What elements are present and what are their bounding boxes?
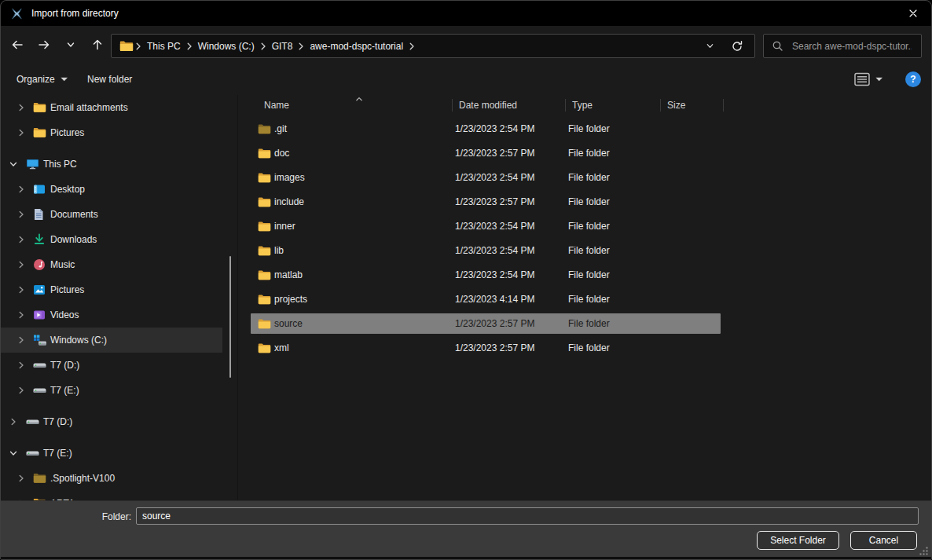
sidebar-item-t7-d[interactable]: T7 (D:) — [1, 409, 237, 434]
organize-button[interactable]: Organize — [12, 70, 72, 89]
chevron-right-icon — [9, 417, 18, 426]
new-folder-label: New folder — [87, 74, 132, 85]
downloads-icon — [33, 233, 46, 246]
sidebar-item-this-pc[interactable]: This PC — [1, 152, 237, 177]
folder-icon — [258, 245, 271, 257]
sidebar-item-label: Music — [50, 259, 75, 270]
sidebar-item-pictures[interactable]: Pictures — [1, 120, 237, 145]
windows-drive-icon — [33, 334, 47, 346]
column-headers: NameDate modifiedTypeSize — [239, 95, 931, 115]
column-header-name[interactable]: Name — [239, 95, 453, 115]
forward-icon — [37, 38, 51, 52]
sidebar-item-music[interactable]: Music — [1, 252, 237, 277]
up-button[interactable] — [87, 35, 108, 55]
sidebar-item-label: Windows (C:) — [50, 335, 107, 346]
close-button[interactable] — [895, 1, 931, 26]
file-list-pane: NameDate modifiedTypeSize .git 1/23/2023… — [239, 95, 931, 500]
folder-icon — [258, 269, 271, 281]
sidebar-item-arta[interactable]: ARTA — [1, 491, 237, 500]
sidebar-item-pictures[interactable]: Pictures — [1, 277, 237, 302]
back-icon — [10, 38, 24, 52]
search-input[interactable] — [791, 40, 913, 53]
new-folder-button[interactable]: New folder — [83, 70, 137, 89]
chevron-right-icon — [17, 260, 26, 269]
chevron-right-icon — [17, 235, 26, 244]
sidebar-item-downloads[interactable]: Downloads — [1, 227, 237, 252]
breadcrumb-item-windows-c[interactable]: Windows (C:) — [194, 39, 259, 53]
breadcrumb-item-this-pc[interactable]: This PC — [143, 39, 185, 53]
recent-locations-icon — [65, 39, 76, 50]
back-button[interactable] — [7, 35, 28, 55]
breadcrumb-chevron-icon — [409, 42, 415, 51]
sidebar-item-label: Desktop — [50, 184, 85, 195]
sidebar-item-desktop[interactable]: Desktop — [1, 177, 237, 202]
window-bottom-edge — [1, 557, 931, 559]
sidebar-item-label: .Spotlight-V100 — [50, 473, 115, 484]
drive-icon — [33, 385, 46, 396]
drive-icon — [26, 416, 39, 427]
file-row-inner[interactable]: inner 1/23/2023 2:54 PM File folder — [251, 216, 721, 236]
sidebar-scrollbar[interactable] — [229, 256, 231, 378]
resize-grip[interactable] — [919, 547, 928, 555]
forward-button[interactable] — [34, 35, 54, 55]
cancel-button[interactable]: Cancel — [850, 531, 917, 550]
file-row-doc[interactable]: doc 1/23/2023 2:57 PM File folder — [251, 143, 721, 163]
sidebar-item-email-attachments[interactable]: Email attachments — [1, 95, 237, 120]
help-button[interactable]: ? — [904, 71, 922, 88]
sidebar-item-videos[interactable]: Videos — [1, 302, 237, 328]
sidebar-item-label: Email attachments — [50, 102, 128, 113]
column-header-date-modified[interactable]: Date modified — [453, 95, 566, 115]
sidebar-item-windows-c[interactable]: Windows (C:) — [1, 328, 222, 353]
import-from-directory-dialog: Import from directory This PCWindows (C:… — [0, 0, 932, 560]
content-area: Email attachments Pictures This PC Deskt… — [1, 95, 931, 500]
breadcrumb-chevron-icon — [186, 42, 193, 51]
chevron-right-icon — [17, 310, 26, 320]
sidebar-item-label: This PC — [43, 159, 77, 170]
chevron-right-icon — [17, 285, 26, 295]
sidebar-item-label: Documents — [50, 209, 98, 220]
breadcrumb-chevron-icon — [135, 42, 141, 51]
drive-icon — [33, 360, 46, 371]
file-row-images[interactable]: images 1/23/2023 2:54 PM File folder — [251, 167, 721, 188]
file-row-matlab[interactable]: matlab 1/23/2023 2:54 PM File folder — [251, 265, 721, 285]
sidebar-item-documents[interactable]: Documents — [1, 202, 237, 227]
refresh-button[interactable] — [729, 36, 745, 57]
breadcrumb-item-git8[interactable]: GIT8 — [268, 39, 297, 53]
file-row-projects[interactable]: projects 1/23/2023 4:14 PM File folder — [251, 289, 721, 309]
chevron-right-icon — [17, 386, 26, 395]
folder-icon — [258, 172, 271, 184]
column-header-size[interactable]: Size — [661, 95, 724, 115]
recent-locations-button[interactable] — [61, 35, 81, 55]
column-header-type[interactable]: Type — [566, 95, 661, 115]
navigation-pane: Email attachments Pictures This PC Deskt… — [1, 95, 238, 500]
folder-icon — [258, 148, 271, 159]
folder-label: Folder: — [1, 511, 131, 522]
file-row-xml[interactable]: xml 1/23/2023 2:57 PM File folder — [251, 338, 721, 358]
help-icon: ? — [904, 71, 922, 88]
pictures-icon — [33, 284, 46, 296]
chevron-right-icon — [17, 210, 26, 219]
folder-name-input[interactable] — [136, 507, 919, 525]
sidebar-item-label: T7 (E:) — [43, 448, 72, 459]
file-row-source[interactable]: source 1/23/2023 2:57 PM File folder — [251, 313, 721, 334]
videos-icon — [33, 309, 46, 321]
close-icon — [908, 8, 919, 19]
file-row-lib[interactable]: lib 1/23/2023 2:54 PM File folder — [251, 240, 721, 261]
sidebar-item-label: Pictures — [50, 127, 84, 138]
sidebar-item-t7-e[interactable]: T7 (E:) — [1, 378, 237, 403]
folder-icon — [258, 196, 271, 208]
titlebar: Import from directory — [1, 1, 931, 26]
documents-icon — [33, 208, 44, 221]
folder-icon — [258, 342, 271, 354]
file-row-git[interactable]: .git 1/23/2023 2:54 PM File folder — [251, 119, 721, 139]
select-folder-button[interactable]: Select Folder — [757, 531, 839, 550]
breadcrumb-item-awe-mod-dspc-tutorial[interactable]: awe-mod-dspc-tutorial — [306, 39, 407, 53]
address-bar[interactable]: This PCWindows (C:)GIT8awe-mod-dspc-tuto… — [111, 34, 755, 58]
sidebar-item-t7-e[interactable]: T7 (E:) — [1, 441, 237, 466]
change-view-button[interactable] — [854, 71, 882, 88]
sidebar-item-spotlight-v100[interactable]: .Spotlight-V100 — [1, 466, 237, 491]
app-logo-icon — [11, 7, 24, 20]
file-row-include[interactable]: include 1/23/2023 2:57 PM File folder — [251, 192, 721, 212]
sidebar-item-t7-d[interactable]: T7 (D:) — [1, 353, 237, 378]
address-dropdown-button[interactable] — [703, 36, 717, 57]
